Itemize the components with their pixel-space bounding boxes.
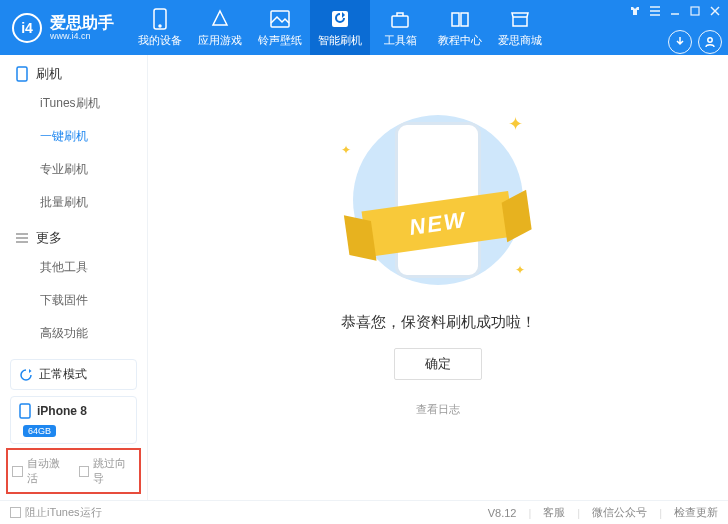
svg-rect-17 bbox=[20, 404, 30, 418]
nav-label: 智能刷机 bbox=[318, 33, 362, 48]
sidebar-item-itunes-flash[interactable]: iTunes刷机 bbox=[0, 87, 147, 120]
device-small-icon bbox=[19, 403, 31, 419]
appstore-icon bbox=[209, 8, 231, 30]
nav-ringtone-wallpaper[interactable]: 铃声壁纸 bbox=[250, 0, 310, 55]
skin-icon[interactable] bbox=[628, 4, 642, 18]
sidebar-item-pro-flash[interactable]: 专业刷机 bbox=[0, 153, 147, 186]
sidebar-item-batch-flash[interactable]: 批量刷机 bbox=[0, 186, 147, 219]
nav-tutorials[interactable]: 教程中心 bbox=[430, 0, 490, 55]
book-icon bbox=[449, 8, 471, 30]
device-indicator[interactable]: iPhone 8 64GB bbox=[10, 396, 137, 444]
nav-smart-flash[interactable]: 智能刷机 bbox=[310, 0, 370, 55]
svg-rect-9 bbox=[691, 7, 699, 15]
image-icon bbox=[269, 8, 291, 30]
check-label: 跳过向导 bbox=[93, 456, 135, 486]
top-bar: i4 爱思助手 www.i4.cn 我的设备 应用游戏 铃声壁纸 智能刷机 工具… bbox=[0, 0, 728, 55]
sidebar-item-advanced[interactable]: 高级功能 bbox=[0, 317, 147, 350]
mode-indicator[interactable]: 正常模式 bbox=[10, 359, 137, 390]
more-icon bbox=[14, 233, 30, 243]
logo-text-block: 爱思助手 www.i4.cn bbox=[50, 15, 114, 41]
sidebar: 刷机 iTunes刷机 一键刷机 专业刷机 批量刷机 更多 其他工具 下载固件 … bbox=[0, 55, 148, 500]
nav-my-device[interactable]: 我的设备 bbox=[130, 0, 190, 55]
device-storage: 64GB bbox=[23, 425, 56, 437]
check-label: 阻止iTunes运行 bbox=[25, 505, 102, 520]
sidebar-group-title: 更多 bbox=[36, 229, 62, 247]
svg-rect-4 bbox=[392, 16, 408, 27]
status-bar: 阻止iTunes运行 V8.12 | 客服 | 微信公众号 | 检查更新 bbox=[0, 500, 728, 524]
maximize-icon[interactable] bbox=[688, 4, 702, 18]
nav-label: 工具箱 bbox=[384, 33, 417, 48]
support-link[interactable]: 客服 bbox=[543, 505, 565, 520]
version-label: V8.12 bbox=[488, 507, 517, 519]
flash-options-highlight: 自动激活 跳过向导 bbox=[8, 450, 139, 492]
checkbox-icon bbox=[12, 466, 23, 477]
window-controls bbox=[628, 0, 728, 18]
sidebar-group-more: 更多 bbox=[0, 219, 147, 251]
checkbox-auto-activate[interactable]: 自动激活 bbox=[12, 456, 69, 486]
success-illustration: ✦ ✦ ✦ NEW bbox=[313, 105, 563, 295]
nav-label: 应用游戏 bbox=[198, 33, 242, 48]
nav-store[interactable]: 爱思商城 bbox=[490, 0, 550, 55]
nav-toolbox[interactable]: 工具箱 bbox=[370, 0, 430, 55]
ok-button[interactable]: 确定 bbox=[394, 348, 482, 380]
logo-badge: i4 bbox=[12, 13, 42, 43]
checkbox-block-itunes[interactable]: 阻止iTunes运行 bbox=[10, 505, 102, 520]
phone-icon bbox=[14, 66, 30, 82]
svg-point-1 bbox=[159, 25, 161, 27]
svg-point-12 bbox=[708, 38, 712, 42]
main-content: ✦ ✦ ✦ NEW 恭喜您，保资料刷机成功啦！ 确定 查看日志 bbox=[148, 55, 728, 500]
app-url: www.i4.cn bbox=[50, 31, 114, 41]
check-update-link[interactable]: 检查更新 bbox=[674, 505, 718, 520]
svg-rect-13 bbox=[17, 67, 27, 81]
device-model: iPhone 8 bbox=[37, 404, 87, 418]
app-name: 爱思助手 bbox=[50, 15, 114, 31]
device-icon bbox=[149, 8, 171, 30]
check-label: 自动激活 bbox=[27, 456, 69, 486]
sidebar-item-other-tools[interactable]: 其他工具 bbox=[0, 251, 147, 284]
flash-icon bbox=[329, 8, 351, 30]
view-log-link[interactable]: 查看日志 bbox=[416, 402, 460, 417]
nav-label: 铃声壁纸 bbox=[258, 33, 302, 48]
top-nav: 我的设备 应用游戏 铃声壁纸 智能刷机 工具箱 教程中心 爱思商城 bbox=[130, 0, 628, 55]
store-icon bbox=[509, 8, 531, 30]
checkbox-skip-guide[interactable]: 跳过向导 bbox=[79, 456, 136, 486]
checkbox-icon bbox=[79, 466, 90, 477]
sidebar-group-title: 刷机 bbox=[36, 65, 62, 83]
nav-label: 教程中心 bbox=[438, 33, 482, 48]
success-message: 恭喜您，保资料刷机成功啦！ bbox=[341, 313, 536, 332]
checkbox-icon bbox=[10, 507, 21, 518]
close-icon[interactable] bbox=[708, 4, 722, 18]
nav-label: 爱思商城 bbox=[498, 33, 542, 48]
nav-apps-games[interactable]: 应用游戏 bbox=[190, 0, 250, 55]
body: 刷机 iTunes刷机 一键刷机 专业刷机 批量刷机 更多 其他工具 下载固件 … bbox=[0, 55, 728, 500]
menu-icon[interactable] bbox=[648, 4, 662, 18]
sidebar-group-flash: 刷机 bbox=[0, 55, 147, 87]
toolbox-icon bbox=[389, 8, 411, 30]
refresh-icon bbox=[19, 368, 33, 382]
minimize-icon[interactable] bbox=[668, 4, 682, 18]
wechat-link[interactable]: 微信公众号 bbox=[592, 505, 647, 520]
mode-label: 正常模式 bbox=[39, 366, 87, 383]
user-icon[interactable] bbox=[698, 30, 722, 54]
app-logo-block: i4 爱思助手 www.i4.cn bbox=[0, 0, 130, 55]
download-icon[interactable] bbox=[668, 30, 692, 54]
nav-label: 我的设备 bbox=[138, 33, 182, 48]
sidebar-item-download-firmware[interactable]: 下载固件 bbox=[0, 284, 147, 317]
sidebar-item-oneclick-flash[interactable]: 一键刷机 bbox=[0, 120, 147, 153]
